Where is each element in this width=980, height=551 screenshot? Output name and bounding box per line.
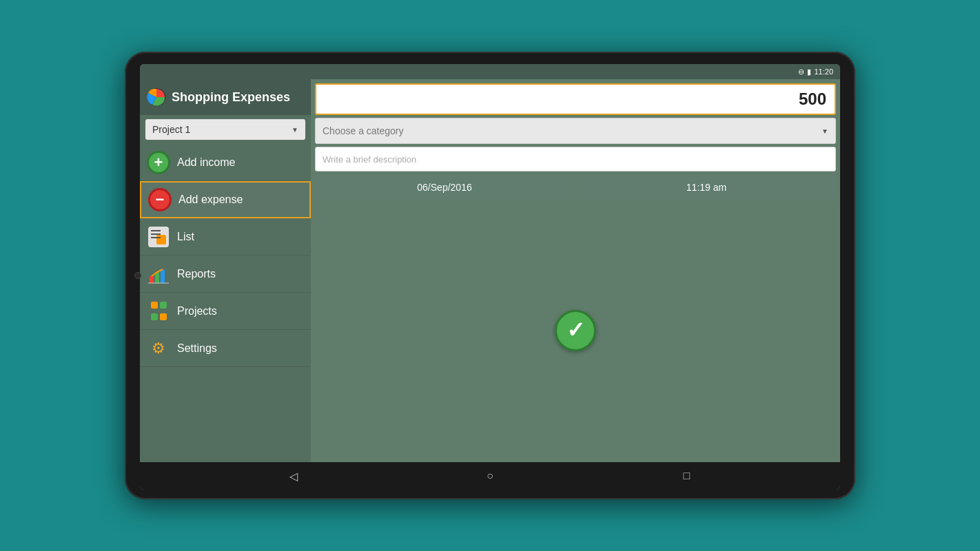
project-selector[interactable]: Project 1 ▼ [145,119,305,140]
checkmark-icon: ✓ [566,319,585,341]
status-icons: ⊖ ▮ 11:20 [798,67,833,76]
date-time-row: 06/Sep/2016 11:19 am [315,174,836,200]
list-line-3 [151,237,161,238]
confirm-area: ✓ [315,203,836,458]
sidebar-item-settings[interactable]: ⚙ Settings [140,330,311,367]
app-header: Shopping Expenses [140,79,311,115]
list-line-2 [151,233,161,235]
category-placeholder: Choose a category [323,125,404,136]
reports-label: Reports [177,268,216,280]
reports-icon [147,262,170,286]
sidebar-item-reports[interactable]: Reports [140,256,311,293]
projects-dot-4 [160,313,167,320]
settings-label: Settings [177,342,217,355]
tablet-screen: ⊖ ▮ 11:20 Shopping Expenses [140,64,840,490]
home-icon: ○ [487,470,493,482]
add-income-label: Add income [177,156,236,169]
list-lines [151,230,161,238]
list-label: List [177,231,194,243]
description-placeholder: Write a brief description [323,154,416,165]
sidebar-item-add-expense[interactable]: − Add expense [140,181,311,218]
settings-icon: ⚙ [147,337,170,360]
category-arrow-icon: ▼ [821,127,828,135]
app-title: Shopping Expenses [172,90,290,105]
status-time: 11:20 [814,67,833,76]
category-select[interactable]: Choose a category ▼ [315,118,836,144]
tablet-frame: ⊖ ▮ 11:20 Shopping Expenses [125,52,855,499]
project-selector-arrow-icon: ▼ [292,126,298,134]
tablet-camera [134,272,141,279]
recents-button[interactable]: □ [673,466,700,486]
projects-dot-2 [160,302,167,309]
add-expense-circle-icon: − [148,188,172,211]
back-button[interactable]: ◁ [280,466,307,486]
sidebar-item-add-income[interactable]: + Add income [140,144,311,181]
sidebar: Shopping Expenses Project 1 ▼ + Add inco… [140,79,311,462]
time-value: 11:19 am [686,182,726,193]
minus-circle-icon: ⊖ [798,67,804,76]
svg-rect-3 [161,269,165,283]
amount-input[interactable]: 500 [315,83,836,115]
app-logo-icon [147,87,166,107]
add-expense-icon: − [148,188,172,211]
projects-dot-3 [151,313,158,320]
app-content: Shopping Expenses Project 1 ▼ + Add inco… [140,79,840,462]
date-button[interactable]: 06/Sep/2016 [315,174,574,200]
projects-dots-icon [148,301,169,322]
list-line-1 [151,230,161,231]
projects-icon [147,300,170,323]
amount-value: 500 [799,90,826,109]
battery-icon: ▮ [807,67,811,76]
status-bar: ⊖ ▮ 11:20 [140,64,840,79]
add-income-circle-icon: + [147,151,170,174]
recents-icon: □ [683,470,690,482]
date-value: 06/Sep/2016 [417,182,471,193]
time-button[interactable]: 11:19 am [577,174,836,200]
list-document-icon [148,227,169,247]
svg-rect-1 [150,276,154,283]
projects-label: Projects [177,305,217,318]
add-expense-label: Add expense [178,194,243,206]
back-icon: ◁ [289,470,298,483]
description-input[interactable]: Write a brief description [315,147,836,171]
nav-bar: ◁ ○ □ [140,462,840,490]
right-panel: 500 Choose a category ▼ Write a brief de… [311,79,840,462]
list-icon [147,225,170,249]
gear-icon: ⚙ [152,340,165,357]
confirm-button[interactable]: ✓ [555,310,596,351]
sidebar-item-projects[interactable]: Projects [140,293,311,330]
reports-chart-icon [148,264,169,284]
project-selector-value: Project 1 [152,124,190,135]
sidebar-item-list[interactable]: List [140,218,311,256]
add-income-icon: + [147,151,170,174]
projects-dot-1 [151,302,158,309]
home-button[interactable]: ○ [476,466,504,486]
